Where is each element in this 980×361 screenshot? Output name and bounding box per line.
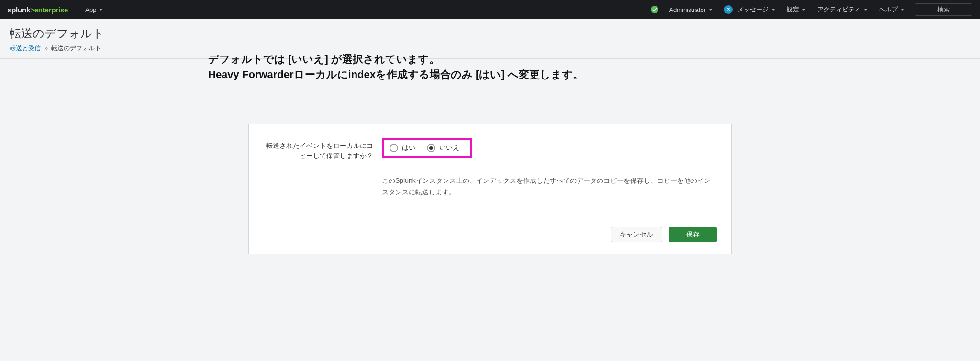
- annotation-line-2: Heavy Forwarderローカルにindexを作成する場合のみ [はい] …: [208, 67, 583, 82]
- brand-logo: splunk>enterprise: [8, 6, 68, 14]
- chevron-down-icon: [771, 9, 775, 11]
- find-input[interactable]: 検索: [915, 3, 972, 16]
- radio-yes[interactable]: はい: [390, 144, 415, 152]
- chevron-down-icon: [802, 9, 806, 11]
- brand-caret: >: [30, 6, 34, 14]
- administrator-menu[interactable]: Administrator: [663, 0, 718, 19]
- help-label: ヘルプ: [879, 5, 898, 14]
- app-menu[interactable]: App: [79, 0, 109, 19]
- radio-yes-label: はい: [402, 144, 415, 152]
- activity-label: アクティビティ: [817, 5, 861, 14]
- help-text: このSplunkインスタンス上の、インデックスを作成したすべてのデータのコピーを…: [382, 175, 717, 198]
- annotation-line-1: デフォルトでは [いいえ] が選択されています。: [208, 52, 583, 67]
- brand-suffix: enterprise: [34, 6, 68, 14]
- messages-menu[interactable]: 3 メッセージ: [718, 0, 781, 19]
- chevron-down-icon: [99, 9, 103, 11]
- radio-no[interactable]: いいえ: [427, 144, 459, 152]
- messages-badge: 3: [724, 5, 733, 14]
- save-button[interactable]: 保存: [669, 227, 717, 242]
- chevron-down-icon: [864, 9, 868, 11]
- brand-prefix: splunk: [8, 6, 30, 14]
- health-ok-icon: [651, 6, 658, 13]
- chevron-down-icon: [709, 9, 713, 11]
- top-navbar: splunk>enterprise App Administrator 3 メッ…: [0, 0, 980, 19]
- breadcrumb-link-forwarding-receiving[interactable]: 転送と受信: [10, 45, 41, 52]
- annotation-overlay: デフォルトでは [いいえ] が選択されています。 Heavy Forwarder…: [208, 52, 583, 82]
- administrator-label: Administrator: [669, 6, 706, 13]
- activity-menu[interactable]: アクティビティ: [812, 0, 873, 19]
- health-status[interactable]: [645, 0, 663, 19]
- chevron-down-icon: [901, 9, 904, 11]
- settings-panel: 転送されたイベントをローカルにコピーして保管しますか？ はい いいえ このSpl…: [248, 124, 732, 254]
- settings-label: 設定: [787, 5, 799, 14]
- breadcrumb-sep: »: [45, 45, 48, 52]
- help-menu[interactable]: ヘルプ: [873, 0, 910, 19]
- messages-label: メッセージ: [737, 5, 768, 14]
- cancel-button[interactable]: キャンセル: [611, 227, 662, 242]
- radio-icon-unselected: [390, 144, 398, 152]
- page-title: 転送のデフォルト: [10, 26, 970, 41]
- radio-no-label: いいえ: [439, 144, 459, 152]
- form-label-store-local-copy: 転送されたイベントをローカルにコピーして保管しますか？: [263, 138, 373, 161]
- breadcrumb-current: 転送のデフォルト: [51, 45, 101, 52]
- settings-menu[interactable]: 設定: [781, 0, 812, 19]
- radio-group-highlight: はい いいえ: [382, 138, 472, 158]
- find-label: 検索: [937, 5, 950, 14]
- radio-icon-selected: [427, 144, 435, 152]
- app-menu-label: App: [85, 6, 96, 13]
